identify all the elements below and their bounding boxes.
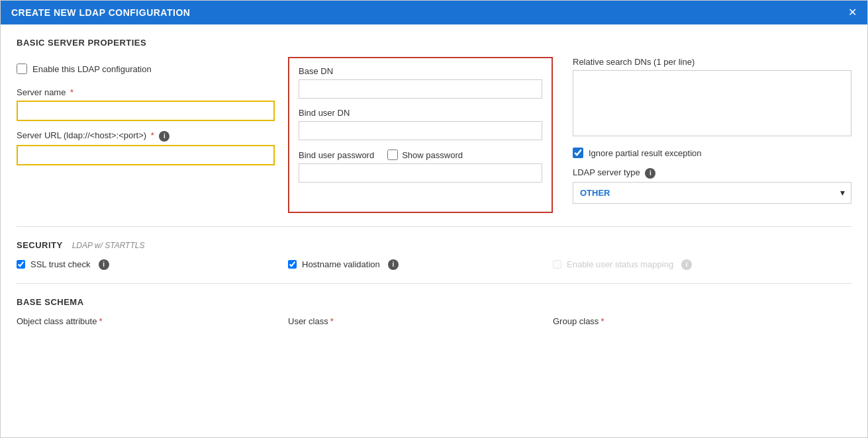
group-class-col: Group class * [553, 316, 851, 326]
enable-ldap-checkbox[interactable] [17, 64, 27, 74]
modal: CREATE NEW LDAP CONFIGURATION ✕ BASIC SE… [0, 0, 868, 438]
server-url-input[interactable] [17, 145, 275, 165]
bind-user-dn-label: Bind user DN [299, 108, 542, 118]
enable-user-status-info-icon: i [681, 259, 692, 270]
ignore-partial-label: Ignore partial result exception [589, 148, 702, 158]
relative-search-dns-label: Relative search DNs (1 per line) [573, 57, 851, 67]
server-url-group: Server URL (ldap://<host>:<port>) * i [17, 130, 275, 165]
server-name-label: Server name * [17, 87, 275, 97]
server-name-input[interactable] [17, 101, 275, 121]
security-subtitle: LDAP w/ STARTTLS [72, 241, 145, 250]
modal-header: CREATE NEW LDAP CONFIGURATION ✕ [1, 1, 867, 24]
password-label-row: Bind user password Show password [299, 150, 542, 160]
show-password-label: Show password [402, 150, 463, 160]
col-mid: Base DN Bind user DN Bind user password … [288, 57, 553, 213]
show-password-checkbox[interactable] [387, 150, 398, 160]
basic-props-grid: Enable this LDAP configuration Server na… [17, 57, 851, 213]
enable-ldap-row: Enable this LDAP configuration [17, 64, 275, 74]
object-class-required-star: * [99, 316, 102, 326]
hostname-validation-info-icon[interactable]: i [388, 259, 399, 270]
relative-search-dns-input[interactable] [573, 70, 851, 136]
basic-server-properties-title: BASIC SERVER PROPERTIES [17, 38, 851, 48]
ignore-partial-row: Ignore partial result exception [573, 148, 851, 158]
base-dn-group: Base DN [299, 66, 542, 99]
user-class-required-star: * [330, 316, 334, 326]
bind-user-dn-input[interactable] [299, 121, 542, 140]
ldap-server-type-label: LDAP server type i [573, 167, 851, 179]
bind-user-dn-group: Bind user DN [299, 108, 542, 140]
section-divider-2 [17, 283, 851, 284]
server-url-required-star: * [151, 130, 154, 140]
ssl-trust-info-icon[interactable]: i [99, 259, 109, 270]
col-left: Enable this LDAP configuration Server na… [17, 57, 288, 213]
modal-title: CREATE NEW LDAP CONFIGURATION [11, 7, 190, 18]
ldap-server-type-group: LDAP server type i OTHER ACTIVE_DIRECTOR… [573, 167, 851, 204]
ssl-trust-label: SSL trust check [30, 259, 91, 269]
enable-user-status-col: Enable user status mapping i [553, 259, 851, 270]
show-password-row: Show password [387, 150, 463, 160]
base-dn-input[interactable] [299, 79, 542, 99]
ssl-trust-checkbox[interactable] [17, 260, 25, 269]
ignore-partial-checkbox[interactable] [573, 148, 583, 158]
hostname-validation-col: Hostname validation i [288, 259, 553, 270]
relative-search-dns-group: Relative search DNs (1 per line) [573, 57, 851, 138]
hostname-validation-label: Hostname validation [302, 259, 380, 269]
modal-close-button[interactable]: ✕ [848, 7, 857, 18]
enable-ldap-label: Enable this LDAP configuration [32, 64, 152, 74]
base-dn-label: Base DN [299, 66, 542, 76]
security-section: SECURITY LDAP w/ STARTTLS SSL trust chec… [17, 240, 851, 270]
modal-body: BASIC SERVER PROPERTIES Enable this LDAP… [1, 24, 867, 437]
base-schema-section: BASE SCHEMA Object class attribute * Use… [17, 297, 851, 326]
base-schema-grid: Object class attribute * User class * Gr… [17, 316, 851, 326]
enable-user-status-checkbox [553, 260, 561, 269]
server-url-info-icon[interactable]: i [159, 131, 169, 142]
server-url-label: Server URL (ldap://<host>:<port>) * i [17, 130, 275, 142]
object-class-col: Object class attribute * [17, 316, 288, 326]
bind-user-password-group: Bind user password Show password [299, 150, 542, 183]
group-class-required-star: * [601, 316, 604, 326]
server-name-group: Server name * [17, 87, 275, 121]
security-grid: SSL trust check i Hostname validation i … [17, 259, 851, 270]
enable-user-status-label: Enable user status mapping [567, 259, 673, 269]
col-right: Relative search DNs (1 per line) Ignore … [553, 57, 851, 213]
section-divider-1 [17, 226, 851, 227]
ldap-server-type-wrapper: OTHER ACTIVE_DIRECTORY OPENLDAP ▾ [573, 182, 851, 204]
ldap-server-type-select[interactable]: OTHER ACTIVE_DIRECTORY OPENLDAP [573, 182, 851, 204]
server-name-required-star: * [70, 87, 73, 97]
ssl-trust-col: SSL trust check i [17, 259, 288, 270]
base-schema-title: BASE SCHEMA [17, 297, 851, 307]
security-title: SECURITY LDAP w/ STARTTLS [17, 240, 851, 250]
ldap-server-type-info-icon[interactable]: i [645, 168, 655, 179]
bind-user-password-input[interactable] [299, 163, 542, 183]
user-class-col: User class * [288, 316, 553, 326]
bind-user-password-label: Bind user password [299, 150, 374, 160]
hostname-validation-checkbox[interactable] [288, 260, 297, 269]
